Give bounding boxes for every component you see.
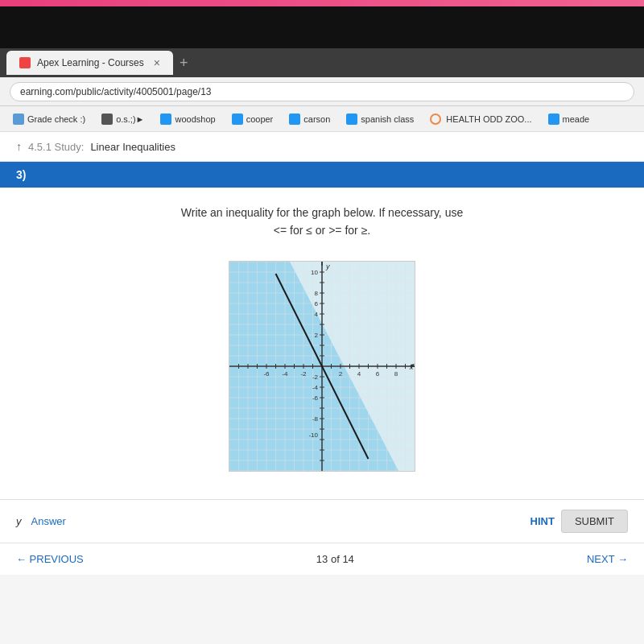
bookmark-label: carson: [303, 114, 330, 124]
svg-text:-8: -8: [312, 415, 319, 423]
bookmarks-bar: Grade check :) o.s.;)► woodshop cooper c…: [0, 106, 644, 132]
tab-close-button[interactable]: ×: [154, 56, 160, 69]
bookmark-icon-woodshop: [160, 114, 171, 125]
bookmark-label: Grade check :): [27, 114, 85, 124]
svg-text:-2: -2: [312, 374, 319, 381]
page-content: ↑ 4.5.1 Study: Linear Inequalities 3) Wr…: [0, 132, 644, 644]
study-title: Linear Inequalities: [90, 141, 175, 153]
inequality-graph: -6 -4 -2 2 4 6 8 x 10 8 6 4: [229, 262, 415, 471]
bookmark-label: o.s.;)►: [116, 114, 144, 124]
bookmark-cooper[interactable]: cooper: [225, 111, 280, 127]
previous-button[interactable]: ← PREVIOUS: [16, 553, 84, 565]
svg-text:-4: -4: [312, 384, 319, 391]
svg-text:-6: -6: [263, 370, 270, 378]
bookmark-label: woodshop: [175, 114, 215, 124]
bookmark-label: spanish class: [361, 114, 414, 124]
bookmark-grade-check[interactable]: Grade check :): [6, 111, 92, 127]
hint-button[interactable]: HINT: [530, 515, 555, 527]
svg-text:-2: -2: [300, 370, 307, 378]
svg-text:2: 2: [315, 332, 319, 339]
new-tab-button[interactable]: +: [173, 55, 195, 72]
svg-text:-10: -10: [308, 431, 318, 439]
study-section: 4.5.1 Study:: [28, 141, 84, 153]
bookmark-meade[interactable]: meade: [542, 111, 597, 127]
next-button[interactable]: NEXT →: [587, 553, 628, 565]
svg-text:x: x: [409, 363, 414, 371]
bookmark-label: cooper: [246, 114, 274, 124]
pink-accent-strip: [0, 0, 644, 6]
bookmark-icon-health: [430, 114, 441, 125]
bookmark-icon-cooper: [232, 114, 243, 125]
nav-footer: ← PREVIOUS 13 of 14 NEXT →: [0, 543, 644, 575]
study-header: ↑ 4.5.1 Study: Linear Inequalities: [0, 132, 644, 162]
active-tab[interactable]: Apex Learning - Courses ×: [6, 51, 173, 75]
tab-title: Apex Learning - Courses: [37, 57, 144, 68]
svg-text:6: 6: [376, 370, 380, 378]
question-text: Write an inequality for the graph below.…: [24, 204, 620, 240]
page-indicator: 13 of 14: [316, 553, 354, 565]
tab-favicon: [19, 57, 31, 68]
y-axis-label: y: [325, 262, 330, 270]
question-line2: <= for ≤ or >= for ≥.: [24, 221, 620, 239]
question-number: 3): [16, 168, 26, 181]
answer-area: y Answer HINT SUBMIT: [0, 499, 644, 543]
bookmark-carson[interactable]: carson: [283, 111, 336, 127]
svg-text:6: 6: [315, 300, 319, 308]
graph-container: -6 -4 -2 2 4 6 8 x 10 8 6 4: [229, 261, 415, 472]
bookmark-label: meade: [563, 114, 590, 124]
browser-chrome: Apex Learning - Courses × + Grade check …: [0, 48, 644, 132]
submit-button[interactable]: SUBMIT: [561, 510, 628, 533]
svg-text:-6: -6: [312, 394, 319, 402]
top-dark-area: [0, 0, 644, 48]
address-input[interactable]: [10, 82, 634, 101]
tab-bar: Apex Learning - Courses × +: [0, 48, 644, 77]
question-card: 3) Write an inequality for the graph bel…: [0, 162, 644, 575]
bookmark-icon-grade: [13, 114, 24, 125]
bookmark-icon-os: [101, 114, 113, 125]
svg-text:8: 8: [394, 370, 398, 378]
bookmark-os[interactable]: o.s.;)►: [95, 111, 151, 127]
bookmark-woodshop[interactable]: woodshop: [154, 111, 221, 127]
bookmark-health[interactable]: HEALTH ODD ZOO...: [423, 111, 538, 127]
question-number-bar: 3): [0, 162, 644, 188]
address-bar: [0, 77, 644, 106]
svg-text:8: 8: [315, 290, 319, 297]
answer-label: y: [16, 515, 22, 527]
study-icon: ↑: [16, 140, 22, 153]
bookmark-icon-spanish: [346, 114, 357, 125]
bookmark-spanish[interactable]: spanish class: [340, 111, 420, 127]
bookmark-icon-carson: [289, 114, 300, 125]
bookmark-icon-meade: [548, 114, 559, 125]
svg-text:2: 2: [339, 370, 343, 378]
question-body: Write an inequality for the graph below.…: [0, 188, 644, 499]
svg-text:4: 4: [315, 311, 319, 318]
svg-text:10: 10: [311, 269, 318, 276]
bookmark-label: HEALTH ODD ZOO...: [446, 114, 531, 124]
answer-link[interactable]: Answer: [31, 515, 66, 527]
svg-text:-4: -4: [282, 370, 288, 378]
svg-text:4: 4: [357, 370, 361, 378]
question-line1: Write an inequality for the graph below.…: [24, 204, 620, 221]
